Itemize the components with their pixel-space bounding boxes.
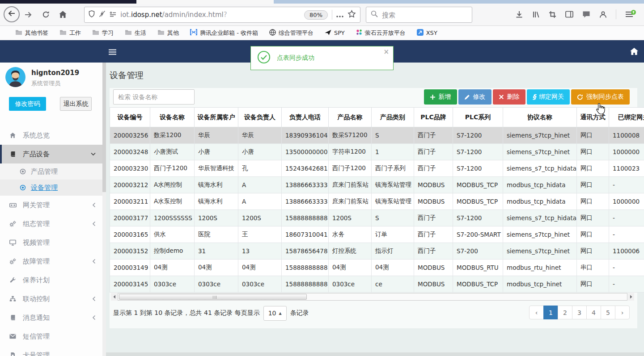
- bookmark-item[interactable]: 学习: [92, 29, 114, 37]
- column-header[interactable]: 产品名称: [329, 108, 372, 127]
- permissions-icon[interactable]: [110, 11, 116, 19]
- page-actions-icon[interactable]: [336, 11, 343, 19]
- column-header[interactable]: 设备名称: [150, 108, 195, 127]
- column-header[interactable]: 产品类别: [372, 108, 414, 127]
- library-icon[interactable]: [532, 11, 540, 18]
- bind-gateway-button[interactable]: §绑定网关: [527, 89, 570, 105]
- menu-item[interactable]: 网关管理: [0, 196, 103, 214]
- page-size-select[interactable]: 10▲: [263, 306, 287, 321]
- menu-item[interactable]: 卡号管理: [0, 346, 103, 356]
- column-header[interactable]: 设备所属客户: [195, 108, 238, 127]
- menu-item[interactable]: 故障管理: [0, 252, 103, 271]
- column-header[interactable]: 设备负责人: [238, 108, 282, 127]
- menu-item[interactable]: 短信管理: [0, 327, 103, 346]
- sidebar-collapse-icon[interactable]: [109, 48, 116, 57]
- table-cell: 13886663333: [282, 193, 329, 210]
- column-header[interactable]: 协议名称: [503, 108, 577, 127]
- submenu-item[interactable]: 设备管理: [0, 180, 103, 196]
- bookmark-item[interactable]: 工作: [59, 29, 81, 37]
- column-header[interactable]: 负责人电话: [282, 108, 329, 127]
- force-sync-button[interactable]: 强制同步点表: [571, 89, 630, 105]
- forward-button[interactable]: [24, 11, 32, 19]
- screenshot-icon[interactable]: [549, 11, 556, 18]
- bookmark-item[interactable]: 其他书签: [15, 29, 48, 37]
- navbar-home-icon[interactable]: [630, 47, 639, 57]
- page-number-button[interactable]: 3: [572, 306, 587, 319]
- page-number-button[interactable]: 5: [601, 306, 615, 319]
- menu-item[interactable]: 消息通知: [0, 308, 103, 327]
- table-row[interactable]: 200003152控制demo311315878656478灯控系统指示灯西门子…: [110, 243, 644, 260]
- menu-item[interactable]: 产品设备: [0, 145, 103, 163]
- menu-item[interactable]: 联动控制: [0, 289, 103, 308]
- column-header[interactable]: 设备编号: [110, 108, 150, 127]
- url-bar[interactable]: iot.idosp.net/admin/index.html? 80%: [84, 7, 360, 23]
- page-number-button[interactable]: 4: [586, 306, 601, 319]
- sidebar-scrollbar-thumb[interactable]: [102, 63, 106, 192]
- pocket-icon[interactable]: [582, 11, 590, 18]
- table-cell: 华辰: [195, 127, 238, 144]
- back-button[interactable]: [4, 6, 20, 22]
- delete-button[interactable]: 删除: [493, 89, 525, 105]
- tab-fragment[interactable]: [136, 0, 274, 4]
- scroll-left-icon[interactable]: [111, 293, 117, 301]
- table-row[interactable]: 200003165供水医院王18607310041水务订单西门子S7-200-S…: [110, 226, 644, 243]
- button-label: 绑定网关: [539, 93, 564, 101]
- device-search-input[interactable]: [113, 89, 195, 105]
- column-header[interactable]: PLC品牌: [414, 108, 453, 127]
- add-button[interactable]: 新增: [424, 89, 457, 105]
- bookmark-item[interactable]: SPY: [325, 29, 345, 37]
- menu-item[interactable]: 系统总览: [0, 126, 103, 145]
- reload-button[interactable]: [42, 11, 50, 18]
- logout-button[interactable]: 退出系统: [60, 97, 92, 111]
- bookmark-item[interactable]: 综合管理平台: [269, 29, 314, 37]
- table-row[interactable]: 20000314904测04测04测1588888888804测04测MODBU…: [110, 260, 644, 276]
- edit-button[interactable]: 修改: [458, 89, 491, 105]
- bookmark-item[interactable]: 腾讯企业邮箱 - 收件箱: [190, 29, 258, 37]
- page-number-button[interactable]: 2: [558, 306, 572, 319]
- sidebar-toggle-icon[interactable]: [565, 11, 573, 18]
- bottom-strip: [106, 352, 644, 356]
- home-button[interactable]: [59, 10, 67, 18]
- page-prev-button[interactable]: ‹: [529, 306, 544, 319]
- menu-item[interactable]: 视频管理: [0, 233, 103, 252]
- scrollbar-thumb[interactable]: [119, 294, 307, 300]
- page-next-button[interactable]: ›: [615, 306, 630, 319]
- bookmark-item[interactable]: XSY: [417, 29, 437, 37]
- column-header[interactable]: PLC系列: [453, 108, 503, 127]
- horizontal-scrollbar[interactable]: [111, 293, 634, 301]
- flash-blocked-icon[interactable]: [99, 10, 106, 19]
- bookmark-item[interactable]: 其他: [157, 29, 179, 37]
- table-header-row: 设备编号设备名称设备所属客户设备负责人负责人电话产品名称产品类别PLC品牌PLC…: [110, 108, 644, 127]
- change-password-button[interactable]: 修改密码: [9, 97, 46, 111]
- menu-item[interactable]: 保养计划: [0, 271, 103, 289]
- browser-search-box[interactable]: [366, 7, 472, 23]
- avatar[interactable]: [5, 67, 25, 87]
- table-row[interactable]: 200003248小唐测试小唐小唐13500000000字符串12001西门子S…: [110, 144, 644, 160]
- active-tab-fragment[interactable]: [0, 0, 136, 4]
- shield-icon[interactable]: [89, 10, 95, 19]
- table-row[interactable]: 200003230西门子1200华辰智通科技孔15243642681西门子120…: [110, 160, 644, 177]
- table-row[interactable]: 2000031450303ce0303ce0303ce1588888888803…: [110, 276, 644, 293]
- menu-item[interactable]: 组态管理: [0, 214, 103, 233]
- menu-button[interactable]: [625, 11, 633, 17]
- table-row[interactable]: 2000031771200SSSSSS1200S1200S15888888888…: [110, 210, 644, 226]
- submenu-item[interactable]: 产品管理: [0, 163, 103, 180]
- column-header[interactable]: 已绑定网关: [609, 108, 644, 127]
- bookmark-label: 综合管理平台: [279, 29, 314, 37]
- bookmark-star-icon[interactable]: [347, 10, 356, 20]
- table-row[interactable]: 200003212A水闸控制镇海水利A13886663333庶来门前泵站镇海泵站…: [110, 177, 644, 193]
- page-number-button[interactable]: 1: [543, 306, 558, 319]
- table-cell: modbus_tcp_hidata: [503, 193, 577, 210]
- account-icon[interactable]: [599, 11, 607, 18]
- zoom-level-badge[interactable]: 80%: [304, 10, 328, 20]
- table-row[interactable]: 200003256数采1200华辰华辰18390936104数采S71200S西…: [110, 127, 644, 144]
- table-row[interactable]: 200003211A水泵控制镇海水利A13886663333庶来门前泵站镇海泵站…: [110, 193, 644, 210]
- download-icon[interactable]: [515, 11, 523, 18]
- scrollbar-track[interactable]: [118, 293, 627, 301]
- bookmark-item[interactable]: 生活: [125, 29, 146, 37]
- scroll-right-icon[interactable]: [628, 293, 634, 301]
- toast-close-button[interactable]: ×: [383, 48, 389, 56]
- table-cell: 网口: [577, 210, 609, 226]
- browser-search-input[interactable]: [382, 11, 467, 19]
- bookmark-item[interactable]: 萤石云开放平台: [356, 29, 406, 37]
